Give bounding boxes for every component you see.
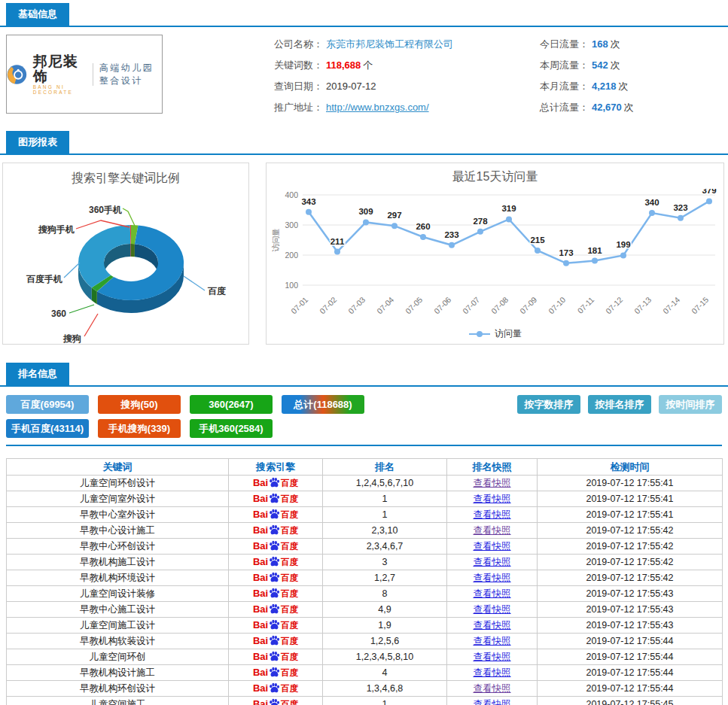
engine-cell: Bai百度 bbox=[229, 665, 323, 681]
svg-text:360: 360 bbox=[51, 308, 66, 319]
snapshot-link[interactable]: 查看快照 bbox=[474, 683, 511, 694]
stat-label: 本月流量： bbox=[540, 81, 589, 92]
keyword-cell: 早教中心室外设计 bbox=[7, 507, 229, 523]
baidu-paw-icon bbox=[269, 667, 280, 677]
snapshot-link[interactable]: 查看快照 bbox=[474, 604, 511, 615]
time-cell: 2019-07-12 17:55:44 bbox=[538, 634, 723, 649]
sort-button-2[interactable]: 按时间排序 bbox=[659, 395, 722, 414]
sort-button-0[interactable]: 按字数排序 bbox=[517, 395, 580, 414]
snapshot-link[interactable]: 查看快照 bbox=[474, 652, 511, 662]
time-cell: 2019-07-12 17:55:41 bbox=[538, 491, 723, 507]
engine-filter-buttons: 百度(69954)搜狗(50)360(2647)总计(118688)手机百度(4… bbox=[6, 395, 382, 443]
month-traffic-value: 4,218 bbox=[592, 81, 617, 92]
filter-button-4[interactable]: 手机百度(43114) bbox=[6, 419, 89, 438]
snapshot-cell: 查看快照 bbox=[447, 555, 538, 570]
baidu-logo-text: Bai bbox=[253, 509, 268, 520]
tab-charts[interactable]: 图形报表 bbox=[6, 131, 69, 153]
svg-text:260: 260 bbox=[416, 222, 430, 231]
snapshot-link[interactable]: 查看快照 bbox=[474, 494, 511, 504]
table-row: 早教机构软装设计Bai百度1,2,5,6查看快照2019-07-12 17:55… bbox=[7, 634, 723, 649]
snapshot-link[interactable]: 查看快照 bbox=[474, 588, 511, 599]
svg-text:07-01: 07-01 bbox=[289, 295, 310, 316]
svg-text:100: 100 bbox=[285, 281, 298, 290]
time-cell: 2019-07-12 17:55:41 bbox=[538, 476, 723, 491]
time-cell: 2019-07-12 17:55:42 bbox=[538, 539, 723, 555]
brand-name-en: BANG NI DECORATE bbox=[33, 84, 81, 95]
snapshot-link[interactable]: 查看快照 bbox=[474, 667, 511, 678]
table-row: 儿童空间环创Bai百度1,2,3,4,5,8,10查看快照2019-07-12 … bbox=[7, 649, 723, 665]
filter-button-1[interactable]: 搜狗(50) bbox=[98, 395, 181, 414]
basic-info-section-header: 基础信息 bbox=[0, 0, 728, 27]
snapshot-cell: 查看快照 bbox=[447, 476, 538, 491]
field-label: 公司名称： bbox=[274, 38, 323, 50]
brand-tagline: 高端幼儿园整合设计 bbox=[99, 62, 162, 87]
svg-text:278: 278 bbox=[473, 217, 488, 226]
filter-button-6[interactable]: 手机360(2584) bbox=[190, 419, 273, 438]
keyword-count-value: 118,688 bbox=[326, 59, 361, 71]
baidu-paw-icon bbox=[269, 540, 280, 551]
snapshot-link[interactable]: 查看快照 bbox=[474, 557, 511, 567]
sort-button-1[interactable]: 按排名排序 bbox=[588, 395, 651, 414]
filter-button-0[interactable]: 百度(69954) bbox=[6, 395, 89, 414]
engine-cell: Bai百度 bbox=[229, 586, 323, 602]
keyword-cell: 早教机构环境设计 bbox=[7, 570, 229, 586]
snapshot-cell: 查看快照 bbox=[447, 539, 538, 555]
baidu-logo-text: Bai bbox=[253, 667, 268, 678]
baidu-logo-text: Bai bbox=[253, 572, 268, 583]
promo-url-link[interactable]: http://www.bnzxgs.com/ bbox=[326, 102, 429, 113]
snapshot-link[interactable]: 查看快照 bbox=[474, 541, 511, 552]
baidu-logo-text: Bai bbox=[253, 603, 268, 615]
time-cell: 2019-07-12 17:55:42 bbox=[538, 523, 723, 539]
filter-button-3[interactable]: 总计(118688) bbox=[282, 395, 364, 414]
snapshot-cell: 查看快照 bbox=[447, 681, 538, 697]
svg-text:300: 300 bbox=[285, 220, 298, 229]
snapshot-cell: 查看快照 bbox=[447, 523, 538, 539]
baidu-logo-cn: 百度 bbox=[281, 494, 298, 503]
baidu-logo-cn: 百度 bbox=[281, 510, 298, 519]
svg-text:360手机: 360手机 bbox=[89, 205, 122, 215]
table-row: 早教机构设计施工Bai百度4查看快照2019-07-12 17:55:44 bbox=[7, 665, 723, 681]
rank-cell: 4 bbox=[323, 665, 447, 681]
snapshot-link[interactable]: 查看快照 bbox=[474, 525, 511, 536]
snapshot-cell: 查看快照 bbox=[447, 618, 538, 634]
keyword-cell: 早教中心设计施工 bbox=[7, 523, 229, 539]
table-row: 早教机构环创设计Bai百度1,3,4,6,8查看快照2019-07-12 17:… bbox=[7, 681, 723, 697]
snapshot-cell: 查看快照 bbox=[447, 507, 538, 523]
snapshot-link[interactable]: 查看快照 bbox=[474, 478, 511, 488]
time-cell: 2019-07-12 17:55:43 bbox=[538, 618, 723, 634]
rank-cell: 8 bbox=[323, 586, 447, 602]
snapshot-link[interactable]: 查看快照 bbox=[474, 699, 511, 705]
query-date-value: 2019-07-12 bbox=[326, 81, 376, 92]
section-divider bbox=[6, 445, 722, 446]
engine-cell: Bai百度 bbox=[229, 539, 323, 555]
snapshot-link[interactable]: 查看快照 bbox=[474, 573, 511, 583]
rank-cell: 3 bbox=[323, 555, 447, 570]
time-cell: 2019-07-12 17:55:43 bbox=[538, 586, 723, 602]
filter-button-2[interactable]: 360(2647) bbox=[190, 395, 273, 414]
baidu-paw-icon bbox=[269, 477, 280, 488]
svg-text:07-04: 07-04 bbox=[375, 295, 396, 316]
snapshot-link[interactable]: 查看快照 bbox=[474, 509, 511, 520]
tab-basic-info[interactable]: 基础信息 bbox=[6, 3, 69, 26]
baidu-logo-text: Bai bbox=[253, 635, 268, 646]
filter-button-5[interactable]: 手机搜狗(339) bbox=[98, 419, 181, 438]
company-logo-box: 邦尼装饰 BANG NI DECORATE 高端幼儿园整合设计 bbox=[6, 35, 163, 114]
keyword-cell: 早教机构设计施工 bbox=[7, 665, 229, 681]
line-chart-legend[interactable]: 访问量 bbox=[267, 327, 723, 340]
svg-text:07-02: 07-02 bbox=[318, 295, 339, 316]
snapshot-link[interactable]: 查看快照 bbox=[474, 636, 511, 646]
baidu-paw-icon bbox=[269, 556, 280, 567]
svg-text:07-07: 07-07 bbox=[461, 295, 482, 316]
snapshot-link[interactable]: 查看快照 bbox=[474, 620, 511, 631]
col-keyword: 关键词 bbox=[7, 459, 229, 476]
engine-cell: Bai百度 bbox=[229, 476, 323, 491]
svg-text:297: 297 bbox=[387, 211, 401, 220]
keyword-cell: 早教机构施工设计 bbox=[7, 555, 229, 570]
baidu-logo-cn: 百度 bbox=[281, 621, 298, 630]
tab-ranking[interactable]: 排名信息 bbox=[6, 363, 69, 385]
stat-label: 总计流量： bbox=[540, 102, 589, 113]
time-cell: 2019-07-12 17:55:44 bbox=[538, 665, 723, 681]
rank-cell: 2,3,4,6,7 bbox=[323, 539, 447, 555]
svg-text:百度: 百度 bbox=[207, 286, 226, 296]
line-chart-title: 最近15天访问量 bbox=[267, 169, 723, 185]
